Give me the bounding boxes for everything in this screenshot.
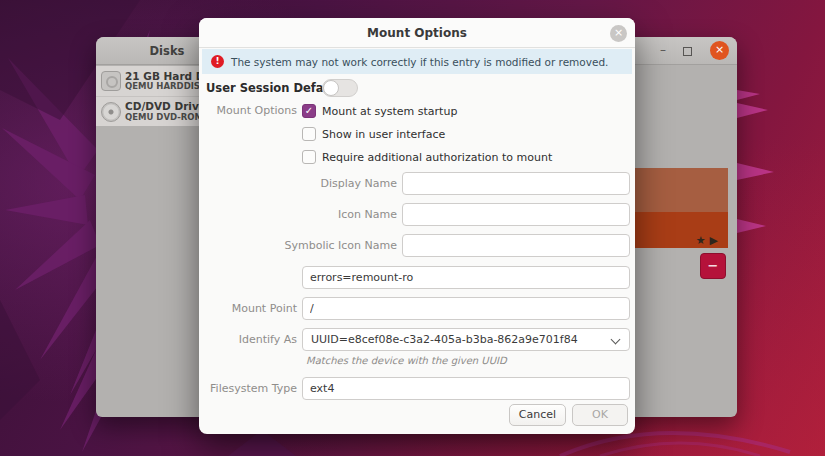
dialog-titlebar[interactable]: Mount Options × [199,18,635,48]
drive-model: QEMU DVD-ROM [125,113,206,122]
icon-name-field[interactable] [402,203,630,226]
symbolic-icon-name-label: Symbolic Icon Name [199,234,397,257]
checkbox-startup[interactable]: ✓ [302,104,316,118]
chevron-down-icon [611,335,621,345]
symbolic-icon-name-field[interactable] [402,234,630,257]
checkbox-label: Show in user interface [322,128,445,141]
display-name-label: Display Name [199,172,397,195]
mount-options-dialog: Mount Options × ! The system may not wor… [199,18,635,434]
user-session-defaults-toggle[interactable] [322,79,358,97]
filesystem-type-label: Filesystem Type [199,377,297,400]
volume-flag-icons: ★▶ [696,234,722,247]
star-icon: ★ [696,234,710,247]
warning-text: The system may not work correctly if thi… [231,56,608,68]
hard-disk-icon [101,71,121,91]
toggle-knob [323,80,339,96]
warning-icon: ! [211,55,224,68]
checkbox-row-startup[interactable]: ✓ Mount at system startup [302,103,457,119]
checkbox-row-auth[interactable]: ✓ Require additional authorization to mo… [302,149,552,165]
mount-point-field[interactable] [302,297,630,320]
mount-options-label: Mount Options [199,103,297,119]
identify-as-hint: Matches the device with the given UUID [306,355,507,366]
identify-as-value: UUID=e8cef08e-c3a2-405a-b3ba-862a9e701f8… [311,329,603,350]
identify-as-dropdown[interactable]: UUID=e8cef08e-c3a2-405a-b3ba-862a9e701f8… [302,328,630,351]
filesystem-type-field[interactable] [302,377,630,400]
icon-name-label: Icon Name [199,203,397,226]
checkbox-auth[interactable]: ✓ [302,150,316,164]
checkbox-label: Mount at system startup [322,105,457,118]
cancel-button[interactable]: Cancel [509,404,566,426]
window-close-icon[interactable]: × [710,41,729,60]
display-name-field[interactable] [402,172,630,195]
identify-as-label: Identify As [199,328,297,351]
disks-window-title: Disks [137,37,197,65]
warning-infobar: ! The system may not work correctly if t… [202,49,632,74]
checkbox-label: Require additional authorization to moun… [322,151,552,164]
cd-drive-icon [101,102,121,122]
delete-partition-button[interactable]: − [700,253,726,279]
ok-button[interactable]: OK [572,404,628,426]
mount-point-label: Mount Point [199,297,297,320]
mount-options-string-field[interactable] [302,266,630,289]
play-icon: ▶ [710,234,722,247]
sidebar-item-text: CD/DVD Drive QEMU DVD-ROM [125,101,206,122]
dialog-title: Mount Options [199,18,635,48]
minus-icon: − [708,258,719,273]
checkbox-row-show-ui[interactable]: ✓ Show in user interface [302,126,445,142]
checkbox-show-ui[interactable]: ✓ [302,127,316,141]
maximize-icon[interactable] [683,47,692,56]
drive-name: CD/DVD Drive [125,101,206,113]
minimize-icon[interactable]: – [654,42,672,60]
dialog-close-icon[interactable]: × [610,25,627,42]
